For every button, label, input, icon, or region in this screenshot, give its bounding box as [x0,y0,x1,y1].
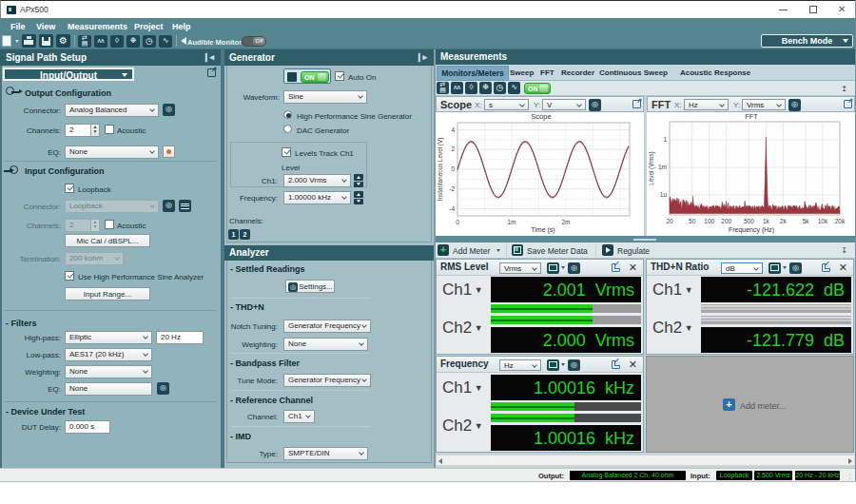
svg-text:Level (Vrms): Level (Vrms) [648,151,655,184]
svg-text:10k: 10k [818,218,828,224]
svg-text:1: 1 [663,136,667,143]
svg-text:4: 4 [451,126,455,133]
svg-text:Instantaneous Level (V): Instantaneous Level (V) [437,138,444,202]
svg-text:500: 500 [744,218,754,224]
svg-text:2k: 2k [780,218,788,224]
svg-text:20k: 20k [835,218,846,224]
svg-text:20: 20 [666,218,673,224]
svg-text:-4: -4 [449,205,455,212]
svg-text:5k: 5k [803,218,810,224]
svg-text:50: 50 [689,218,696,224]
svg-text:FFT: FFT [745,112,758,121]
svg-text:0: 0 [456,219,459,225]
svg-text:-2: -2 [449,185,455,192]
svg-text:1m: 1m [658,164,667,170]
svg-text:Time (s): Time (s) [531,226,554,234]
svg-text:2m: 2m [561,219,570,225]
svg-text:2: 2 [451,145,455,152]
svg-text:Scope: Scope [531,112,551,121]
svg-text:Frequency (Hz): Frequency (Hz) [729,226,774,234]
svg-text:1m: 1m [507,219,516,225]
svg-text:1k: 1k [763,218,770,224]
svg-text:100: 100 [704,218,714,224]
svg-text:0: 0 [451,165,455,172]
svg-text:200: 200 [721,218,731,224]
svg-text:1u: 1u [660,191,668,198]
